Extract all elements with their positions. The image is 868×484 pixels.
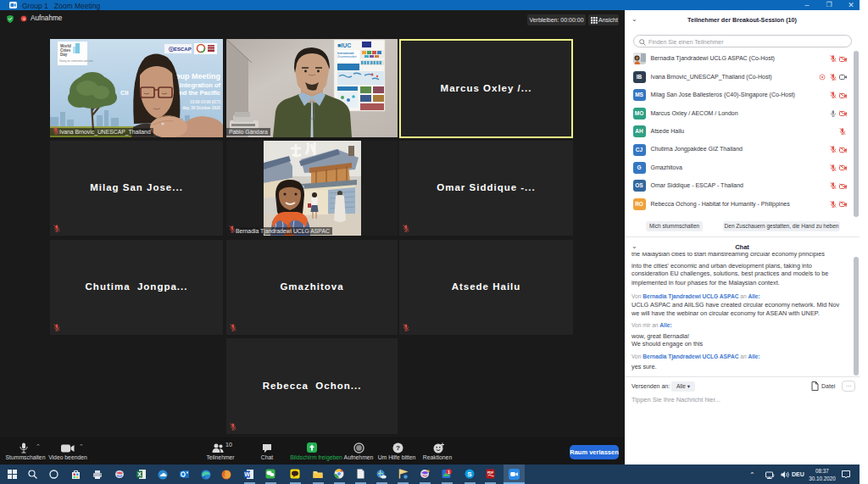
svg-text:day, 30 October 2020: day, 30 October 2020 <box>182 106 220 110</box>
svg-text:S: S <box>467 470 472 478</box>
svg-text:Valuing our communities and ci: Valuing our communities and cities <box>59 59 94 63</box>
svg-text:PDF: PDF <box>487 471 494 475</box>
svg-text:W: W <box>244 471 250 477</box>
svg-text:?: ? <box>396 444 400 452</box>
svg-text:Zusammenarbeit: Zusammenarbeit <box>337 55 357 58</box>
svg-text:ⓋESCAP: ⓋESCAP <box>169 46 192 53</box>
svg-text:and the Pacific: and the Pacific <box>175 89 220 97</box>
svg-text:■IUC: ■IUC <box>337 42 351 48</box>
svg-text:13:00-15:00 (ICT): 13:00-15:00 (ICT) <box>190 100 221 104</box>
svg-text:al Integration of: al Integration of <box>173 81 221 89</box>
svg-text:Day: Day <box>60 53 68 57</box>
svg-text:1: 1 <box>448 470 450 475</box>
svg-text:X: X <box>137 471 142 477</box>
svg-text:roup Meeting: roup Meeting <box>173 72 221 81</box>
svg-text:Cli: Cli <box>120 89 129 97</box>
